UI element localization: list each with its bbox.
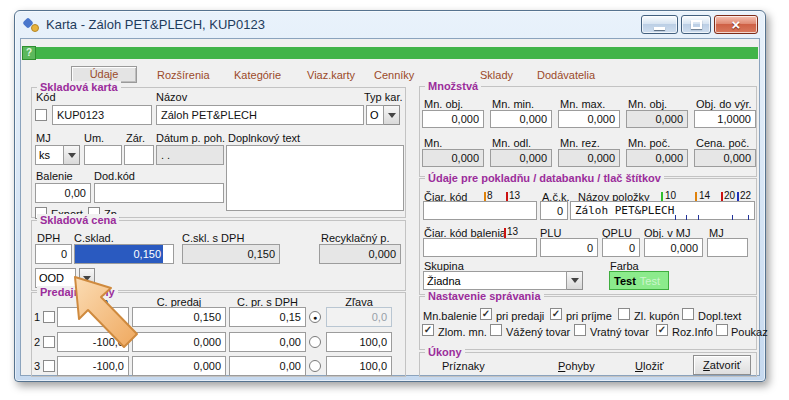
mn-poc-label: Mn. poč. — [628, 137, 670, 149]
tab-rozsirenia[interactable]: Rozšírenia — [157, 69, 210, 81]
skupina-value: Žiadna — [423, 271, 567, 290]
green-accent-bar — [22, 47, 758, 59]
vazeny-tovar-label: Vážený tovar — [506, 326, 570, 338]
marza-input[interactable]: -100,0 — [57, 356, 129, 376]
zlava-field: 0,0 — [326, 307, 392, 327]
vratny-tovar-checkbox[interactable] — [574, 324, 586, 336]
chevron-down-icon[interactable] — [384, 105, 400, 125]
pri-predaji-checkbox[interactable]: ✓ — [480, 308, 492, 320]
titlebar[interactable]: Karta - Záloh PET&PLECH, KUP0123 × — [15, 11, 765, 38]
ulozit-button[interactable]: Uložiť — [635, 360, 664, 372]
datum-p-poh-label: Dátum p. poh. — [156, 132, 225, 144]
obj-v-mj-input[interactable]: 0,000 — [644, 238, 703, 257]
c-pr-s-dph-input[interactable]: 0,00 — [229, 356, 306, 376]
minimize-button[interactable] — [641, 15, 678, 34]
price-row-checkbox[interactable] — [43, 311, 55, 323]
tab-dodavatelia[interactable]: Dodávatelia — [537, 69, 595, 81]
um-input[interactable] — [84, 145, 122, 165]
dopl-text-checkbox[interactable] — [682, 308, 694, 320]
tab-sklady[interactable]: Sklady — [480, 69, 513, 81]
um-label: Um. — [84, 132, 104, 144]
mj-select[interactable]: ks — [35, 145, 80, 165]
mn-field: 0,000 — [422, 149, 484, 167]
ruler-marker-orange — [695, 192, 697, 201]
mj-input[interactable] — [707, 238, 748, 257]
c-pr-s-dph-input[interactable]: 0,00 — [229, 332, 306, 352]
marza-input[interactable] — [57, 307, 129, 327]
mn-obj2-label: Mn. obj. — [628, 98, 667, 110]
zar-input[interactable] — [124, 145, 154, 165]
doplnkovy-text-area[interactable] — [226, 145, 404, 211]
balenie-input[interactable]: 0,00 — [35, 183, 91, 203]
mn-min-label: Mn. min. — [492, 98, 534, 110]
nazov-input[interactable]: Záloh PET&PLECH — [156, 105, 364, 125]
mn-max-input[interactable]: 0,000 — [558, 110, 620, 128]
c-predaj-input[interactable]: 0,000 — [132, 332, 226, 352]
tab-kategorie[interactable]: Kategórie — [234, 69, 281, 81]
c-predaj-input[interactable]: 0,150 — [132, 307, 226, 327]
datum-p-poh-field: . . — [156, 145, 224, 165]
mn-max-label: Mn. max. — [560, 98, 605, 110]
group-pokladna: Údaje pre pokladňu / databanku / tlač št… — [419, 178, 757, 295]
ood-value: OOD — [35, 268, 76, 288]
chevron-down-icon[interactable] — [64, 145, 80, 165]
group-mnozstva: Množstvá Mn. obj. Mn. min. Mn. max. Mn. … — [419, 86, 757, 177]
help-icon[interactable]: ? — [22, 46, 36, 60]
row-number: 1 — [34, 311, 40, 323]
chevron-down-icon[interactable] — [567, 271, 583, 290]
pohyby-button[interactable]: Pohyby — [558, 360, 595, 372]
price-row-radio[interactable] — [309, 336, 321, 348]
price-row-checkbox[interactable] — [43, 336, 55, 348]
zl-kupon-checkbox[interactable] — [618, 308, 630, 320]
tab-cenniky[interactable]: Cenníky — [374, 69, 414, 81]
farba-text-light: Test — [640, 275, 660, 287]
kod-checkbox[interactable] — [35, 109, 47, 121]
group-title: Nastavenie správania — [425, 290, 544, 302]
dph-label: DPH — [37, 232, 60, 244]
zatvorit-button[interactable]: Zatvoriť — [693, 355, 751, 375]
dod-kod-input[interactable] — [94, 183, 224, 203]
farba-preview[interactable]: Test Test — [609, 271, 669, 290]
ood-select[interactable]: OOD — [35, 268, 95, 288]
dph-input[interactable]: 0 — [35, 244, 72, 264]
zlava-input[interactable]: 100,0 — [326, 356, 392, 376]
price-row-radio[interactable]: ● — [309, 311, 321, 323]
poukaz-checkbox[interactable] — [716, 324, 728, 336]
nazov-polozky-input[interactable]: Záloh PET&PLECH — [570, 201, 755, 220]
price-row-checkbox[interactable] — [43, 360, 55, 372]
pri-prijme-checkbox[interactable]: ✓ — [550, 308, 562, 320]
ruler-marker-number: 13 — [507, 226, 518, 237]
c-predaj-input[interactable]: 0,000 — [132, 356, 226, 376]
balenie-label: Balenie — [36, 170, 73, 182]
zlom-mn-checkbox[interactable]: ✓ — [422, 324, 434, 336]
skupina-select[interactable]: Žiadna — [423, 271, 583, 290]
obj-do-vyr-input[interactable]: 1,0000 — [694, 110, 756, 128]
zl-kupon-label: Zl. kupón — [634, 310, 679, 322]
chevron-down-icon[interactable] — [79, 268, 95, 288]
zlava-input[interactable]: 100,0 — [326, 332, 392, 352]
kod-label: Kód — [36, 91, 56, 103]
roz-info-checkbox[interactable]: ✓ — [656, 324, 668, 336]
vazeny-tovar-checkbox[interactable] — [490, 324, 502, 336]
c-pr-s-dph-input[interactable]: 0,15 — [229, 307, 306, 327]
kod-input[interactable]: KUP0123 — [52, 105, 152, 125]
mn-min-input[interactable]: 0,000 — [490, 110, 552, 128]
close-button[interactable]: × — [714, 15, 758, 34]
price-row-radio[interactable] — [309, 360, 321, 372]
ack-input[interactable]: 0 — [540, 201, 568, 220]
group-title: Množstvá — [425, 80, 481, 92]
tab-viaz-karty[interactable]: Viaz.karty — [307, 69, 355, 81]
marza-input[interactable]: -100,0 — [57, 332, 129, 352]
priznaky-button[interactable]: Príznaky — [442, 360, 485, 372]
mn-obj-label: Mn. obj. — [424, 98, 463, 110]
ciar-kod-input[interactable] — [423, 201, 537, 220]
ciar-kod-balenia-input[interactable] — [423, 238, 537, 257]
qplu-input[interactable]: 0 — [602, 238, 640, 257]
mn-poc-field: 0,000 — [626, 149, 688, 167]
plu-input[interactable]: 0 — [540, 238, 598, 257]
c-sklad-input[interactable]: 0,150 — [74, 244, 174, 264]
dod-kod-label: Dod.kód — [94, 170, 135, 182]
typ-kar-select[interactable]: O — [366, 105, 400, 125]
maximize-button[interactable] — [681, 15, 711, 34]
mn-obj-input[interactable]: 0,000 — [422, 110, 484, 128]
